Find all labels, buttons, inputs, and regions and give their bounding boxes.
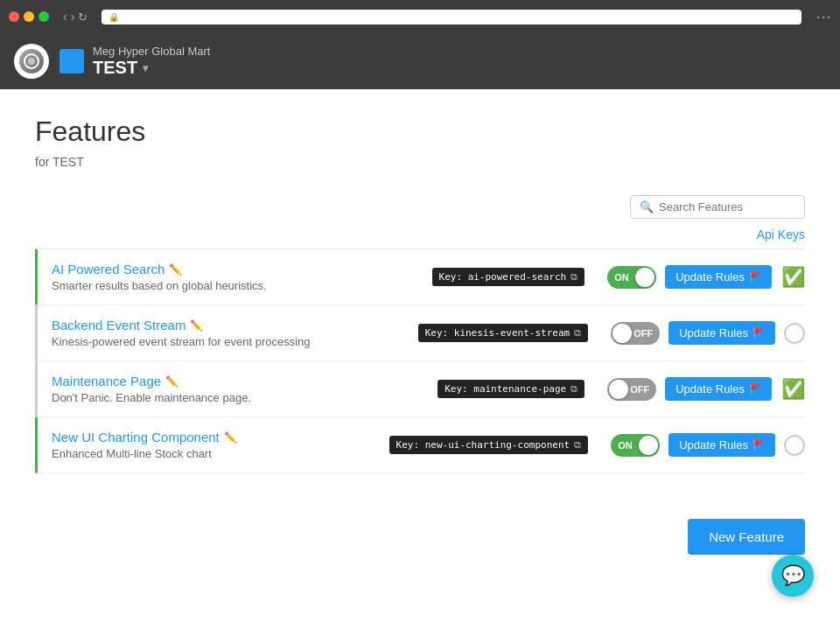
api-keys-link[interactable]: Api Keys (757, 228, 805, 242)
feature-info: AI Powered Search ✏️ Smarter results bas… (52, 262, 432, 292)
update-rules-button[interactable]: Update Rules 🚩 (668, 433, 775, 457)
copy-icon[interactable]: ⧉ (570, 383, 578, 395)
feature-row: AI Powered Search ✏️ Smarter results bas… (35, 249, 805, 305)
browser-chrome: ‹ › ↻ 🔒 ⋯ (0, 0, 840, 33)
minimize-dot[interactable] (24, 11, 34, 22)
company-name: Meg Hyper Global Mart (93, 45, 210, 58)
status-empty-icon (784, 435, 805, 456)
feature-info: New UI Charting Component ✏️ Enhanced Mu… (52, 430, 389, 460)
external-link-icon: ✏️ (190, 319, 203, 332)
feature-info: Backend Event Stream ✏️ Kinesis-powered … (52, 318, 418, 348)
feature-controls: OFF Update Rules 🚩 ✅ (607, 377, 805, 401)
page-subtitle: for TEST (35, 155, 805, 169)
feature-controls: ON Update Rules 🚩 ✅ (607, 265, 805, 289)
update-rules-button[interactable]: Update Rules 🚩 (665, 265, 772, 289)
feature-description: Enhanced Multi-line Stock chart (52, 447, 389, 460)
update-rules-button[interactable]: Update Rules 🚩 (668, 321, 775, 345)
forward-button[interactable]: › (71, 10, 75, 24)
feature-key-badge: Key: new-ui-charting-component ⧉ (389, 436, 589, 454)
feature-toggle[interactable]: ON (611, 434, 660, 457)
feature-key-section: Key: ai-powered-search ⧉ (432, 268, 599, 286)
feature-description: Kinesis-powered event stream for event p… (52, 335, 418, 348)
app-logo (14, 44, 49, 79)
feature-description: Don't Panic. Enable maintenance page. (52, 391, 438, 404)
search-input[interactable] (659, 200, 795, 214)
feature-controls: ON Update Rules 🚩 (611, 433, 805, 457)
feature-controls: OFF Update Rules 🚩 (611, 321, 805, 345)
chat-button[interactable]: 💬 (772, 555, 814, 597)
feature-toggle[interactable]: OFF (611, 322, 660, 345)
feature-key-section: Key: maintenance-page ⧉ (438, 380, 598, 398)
key-text: Key: new-ui-charting-component (396, 439, 570, 451)
status-check-icon: ✅ (780, 378, 805, 401)
api-keys-container: Api Keys (35, 228, 805, 242)
logo-circle (19, 49, 44, 74)
new-feature-button[interactable]: New Feature (688, 519, 805, 555)
feature-toggle[interactable]: OFF (607, 378, 656, 401)
update-rules-button[interactable]: Update Rules 🚩 (665, 377, 772, 401)
page-title: Features (35, 116, 805, 148)
close-dot[interactable] (9, 11, 19, 22)
feature-row: Backend Event Stream ✏️ Kinesis-powered … (35, 305, 805, 361)
external-link-icon: ✏️ (224, 431, 237, 444)
feature-name-link[interactable]: Backend Event Stream ✏️ (52, 318, 418, 332)
app-header: Meg Hyper Global Mart TEST ▾ (0, 33, 840, 89)
browser-menu-icon[interactable]: ⋯ (816, 7, 831, 26)
browser-dots (9, 11, 49, 22)
status-empty-icon (784, 323, 805, 344)
copy-icon[interactable]: ⧉ (574, 439, 581, 451)
search-icon: 🔍 (640, 200, 654, 214)
feature-name-link[interactable]: Maintenance Page ✏️ (52, 374, 438, 388)
address-bar[interactable]: 🔒 (102, 10, 802, 24)
flag-icon: 🚩 (749, 383, 761, 395)
feature-description: Smarter results based on global heuristi… (52, 279, 432, 292)
maximize-dot[interactable] (38, 11, 49, 22)
back-button[interactable]: ‹ (63, 10, 67, 24)
flag-icon: 🚩 (752, 327, 765, 339)
feature-row: New UI Charting Component ✏️ Enhanced Mu… (35, 417, 805, 473)
flag-icon: 🚩 (752, 439, 765, 451)
search-bar-container: 🔍 (35, 195, 805, 219)
feature-key-section: Key: kinesis-event-stream ⧉ (418, 324, 603, 342)
search-bar: 🔍 (630, 195, 805, 219)
key-text: Key: ai-powered-search (439, 271, 567, 283)
copy-icon[interactable]: ⧉ (574, 327, 581, 339)
feature-key-badge: Key: ai-powered-search ⧉ (432, 268, 585, 286)
app-header-text: Meg Hyper Global Mart TEST ▾ (93, 45, 210, 78)
environment-dropdown[interactable]: ▾ (143, 62, 148, 74)
environment-name: TEST ▾ (93, 58, 210, 78)
feature-key-section: Key: new-ui-charting-component ⧉ (389, 436, 603, 454)
key-text: Key: kinesis-event-stream (425, 327, 570, 339)
key-text: Key: maintenance-page (444, 383, 566, 395)
external-link-icon: ✏️ (165, 375, 178, 388)
environment-label: TEST (93, 58, 137, 78)
external-link-icon: ✏️ (169, 263, 182, 276)
feature-toggle[interactable]: ON (607, 266, 656, 289)
reload-button[interactable]: ↻ (78, 10, 88, 24)
feature-name-link[interactable]: AI Powered Search ✏️ (52, 262, 432, 276)
main-content: Features for TEST 🔍 Api Keys AI Powered … (0, 89, 840, 623)
feature-key-badge: Key: maintenance-page ⧉ (438, 380, 584, 398)
flag-icon: 🚩 (749, 271, 761, 283)
lock-icon: 🔒 (108, 12, 119, 22)
status-check-icon: ✅ (780, 266, 805, 289)
chat-icon: 💬 (781, 564, 805, 587)
features-list: AI Powered Search ✏️ Smarter results bas… (35, 248, 805, 473)
app-icon-square (60, 49, 84, 74)
feature-key-badge: Key: kinesis-event-stream ⧉ (418, 324, 589, 342)
copy-icon[interactable]: ⧉ (570, 271, 578, 283)
logo-icon (23, 52, 40, 70)
svg-point-1 (28, 58, 35, 65)
feature-info: Maintenance Page ✏️ Don't Panic. Enable … (52, 374, 438, 404)
feature-name-link[interactable]: New UI Charting Component ✏️ (52, 430, 389, 444)
feature-row: Maintenance Page ✏️ Don't Panic. Enable … (35, 361, 805, 417)
